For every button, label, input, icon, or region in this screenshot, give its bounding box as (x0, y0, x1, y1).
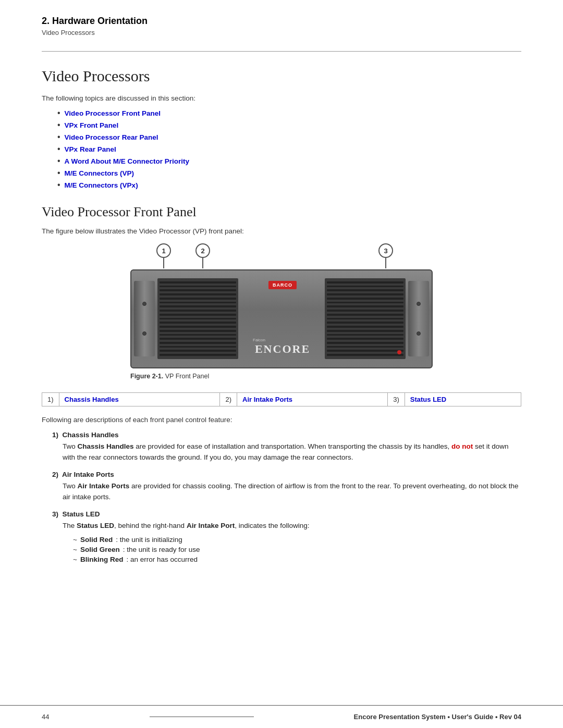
feature-3-heading: 3) Status LED (52, 510, 521, 518)
vent-line (327, 346, 403, 348)
vent-line (160, 342, 236, 344)
vent-line (327, 298, 403, 300)
topic-link-1[interactable]: Video Processor Front Panel (65, 109, 161, 117)
vent-line (327, 305, 403, 307)
vent-line (327, 310, 403, 312)
vent-line (160, 334, 236, 336)
chassis-handles-link[interactable]: Chassis Handles (65, 396, 119, 403)
vent-line (327, 330, 403, 332)
left-vent (157, 278, 238, 359)
vent-line (160, 310, 236, 312)
sub-bullet-3-text: : an error has occurred (126, 556, 198, 563)
callout-3: 3 (378, 243, 393, 268)
encore-label: Falcon ENCORE (243, 338, 322, 356)
status-led-link[interactable]: Status LED (410, 396, 446, 403)
features-intro: Following are descriptions of each front… (42, 416, 521, 424)
vent-line (160, 322, 236, 324)
topic-link-5[interactable]: A Word About M/E Connector Priority (65, 157, 190, 165)
footer-title: Encore Presentation System • User's Guid… (354, 713, 521, 721)
list-item: Video Processor Rear Panel (57, 132, 521, 142)
callout-line-1 (163, 258, 164, 268)
subsection-title: Video Processor Front Panel (42, 204, 521, 220)
vent-line (160, 326, 236, 328)
vent-lines-right (325, 278, 406, 359)
topic-link-7[interactable]: M/E Connectors (VPx) (65, 181, 138, 189)
list-item: M/E Connectors (VP) (57, 168, 521, 178)
sub-bullet-1-text: : the unit is initializing (116, 536, 182, 544)
vent-line (160, 318, 236, 320)
chapter-heading: 2. Hardware Orientation (42, 16, 521, 27)
figure-table: 1) Chassis Handles 2) Air Intake Ports 3… (42, 392, 521, 406)
header-section: 2. Hardware Orientation Video Processors (0, 0, 563, 42)
vent-line (160, 350, 236, 352)
vent-line (327, 334, 403, 336)
callout-1: 1 (156, 243, 171, 268)
handle-screw-4 (417, 331, 421, 336)
handle-screw-1 (142, 302, 146, 306)
callout-number-3: 3 (378, 243, 393, 258)
list-item: VPx Front Panel (57, 120, 521, 130)
air-intake-link[interactable]: Air Intake Ports (242, 396, 292, 403)
falcon-text: Falcon (243, 338, 322, 342)
vent-line (160, 314, 236, 316)
barco-badge: BARCO (268, 281, 297, 289)
vent-line (160, 305, 236, 307)
feature-3-title: Status LED (63, 510, 100, 518)
page-container: 2. Hardware Orientation Video Processors… (0, 0, 563, 728)
table-num-3: 3) (388, 393, 405, 406)
vent-line (160, 293, 236, 295)
vent-line (327, 302, 403, 304)
callout-line-2 (202, 258, 203, 268)
feature-1-heading: 1) Chassis Handles (52, 431, 521, 439)
sub-bullet-2-label: Solid Green (80, 546, 120, 553)
vent-line (160, 338, 236, 340)
right-vent (325, 278, 406, 359)
intro-text: The following topics are discussed in th… (42, 94, 521, 102)
feature-3-bold-1: Status LED (77, 522, 114, 529)
callout-row: 1 2 3 (130, 243, 433, 269)
vent-line (327, 293, 403, 295)
feature-2-heading: 2) Air Intake Ports (52, 471, 521, 478)
vent-line (160, 346, 236, 348)
table-label-3: Status LED (405, 393, 521, 406)
list-item: VPx Rear Panel (57, 144, 521, 154)
topic-link-2[interactable]: VPx Front Panel (65, 121, 119, 129)
sub-bullet-3-label: Blinking Red (80, 556, 124, 563)
vent-line (327, 318, 403, 320)
vent-line (327, 350, 403, 352)
status-led (397, 350, 401, 354)
handle-screw-2 (142, 331, 146, 336)
vent-line (160, 281, 236, 283)
vent-line (327, 314, 403, 316)
sub-bullet-2: Solid Green : the unit is ready for use (73, 546, 521, 553)
chassis-diagram: BARCO (130, 269, 433, 368)
list-item: M/E Connectors (VPx) (57, 180, 521, 190)
vent-line (327, 338, 403, 340)
left-handle (134, 281, 155, 356)
diagram-container: 1 2 3 (42, 243, 521, 387)
callout-number-1: 1 (156, 243, 171, 258)
topic-link-4[interactable]: VPx Rear Panel (65, 145, 116, 153)
vent-line (160, 354, 236, 356)
feature-2-title: Air Intake Ports (62, 471, 114, 478)
vent-line (160, 298, 236, 300)
vent-line (160, 302, 236, 304)
vent-line (327, 342, 403, 344)
figure-caption: Figure 2-1. VP Front Panel (130, 373, 433, 380)
feature-2-desc: Two Air Intake Ports are provided for ch… (63, 481, 521, 503)
callout-number-2: 2 (195, 243, 210, 258)
encore-text: ENCORE (255, 342, 310, 355)
vent-line (160, 330, 236, 332)
callout-line-3 (385, 258, 386, 268)
table-num-2: 2) (220, 393, 237, 406)
vent-line (327, 289, 403, 291)
topic-link-6[interactable]: M/E Connectors (VP) (65, 169, 134, 177)
topic-link-3[interactable]: Video Processor Rear Panel (65, 133, 158, 141)
vent-lines (157, 278, 238, 359)
figure-caption-bold: Figure 2-1. (130, 373, 163, 380)
do-not-label: do not (451, 442, 473, 450)
section-title: Video Processors (42, 67, 521, 85)
table-num-1: 1) (42, 393, 59, 406)
footer-rule (150, 717, 254, 717)
feature-3-bold-2: Air Intake Port (187, 522, 235, 529)
